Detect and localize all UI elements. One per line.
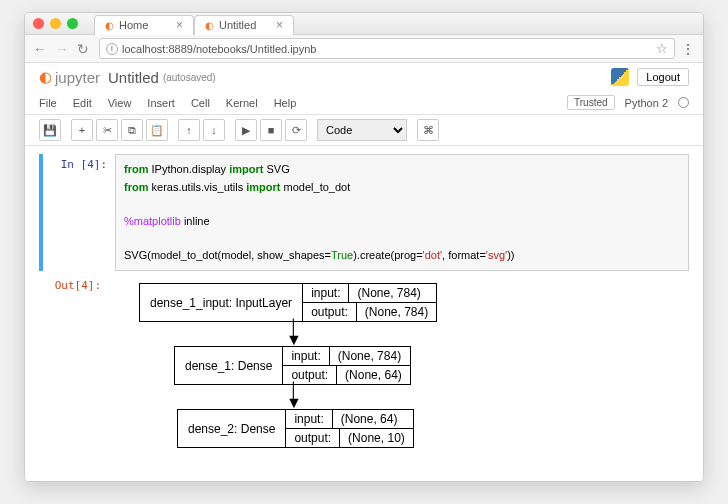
kernel-indicator-icon <box>678 97 689 108</box>
close-tab-icon[interactable]: × <box>176 18 183 32</box>
layer-input: dense_1_input: InputLayer input:(None, 7… <box>139 283 437 322</box>
jupyter-tab-icon: ◐ <box>205 20 214 31</box>
browser-window: ◐ Home × ◐ Untitled × ← → ↻ i localhost:… <box>24 12 704 482</box>
tab-home[interactable]: ◐ Home × <box>94 15 194 35</box>
url-input[interactable]: i localhost:8889/notebooks/Untitled.ipyn… <box>99 38 675 59</box>
python-logo-icon <box>611 68 629 86</box>
notebook-title[interactable]: Untitled <box>108 69 159 86</box>
menubar: File Edit View Insert Cell Kernel Help T… <box>25 91 703 115</box>
toolbar: 💾 + ✂ ⧉ 📋 ↑ ↓ ▶ ■ ⟳ Code ⌘ <box>25 115 703 146</box>
close-tab-icon[interactable]: × <box>276 18 283 32</box>
browser-menu-icon[interactable]: ⋮ <box>681 41 695 57</box>
forward-button[interactable]: → <box>55 41 71 57</box>
add-cell-button[interactable]: + <box>71 119 93 141</box>
layer-dense-2: dense_2: Dense input:(None, 64) output:(… <box>177 409 414 448</box>
input-cell[interactable]: In [4]: from IPython.display import SVG … <box>39 154 689 271</box>
notebook-header: ◐ jupyter Untitled (autosaved) Logout <box>25 63 703 91</box>
menu-file[interactable]: File <box>39 97 57 109</box>
model-diagram: dense_1_input: InputLayer input:(None, 7… <box>109 275 689 456</box>
site-info-icon[interactable]: i <box>106 43 118 55</box>
run-button[interactable]: ▶ <box>235 119 257 141</box>
minimize-window-button[interactable] <box>50 18 61 29</box>
celltype-select[interactable]: Code <box>317 119 407 141</box>
address-bar: ← → ↻ i localhost:8889/notebooks/Untitle… <box>25 35 703 63</box>
restart-button[interactable]: ⟳ <box>285 119 307 141</box>
logout-button[interactable]: Logout <box>637 68 689 86</box>
tab-untitled[interactable]: ◐ Untitled × <box>194 15 294 35</box>
layer-dense-1: dense_1: Dense input:(None, 784) output:… <box>174 346 411 385</box>
tab-label: Home <box>119 19 148 31</box>
menu-edit[interactable]: Edit <box>73 97 92 109</box>
maximize-window-button[interactable] <box>67 18 78 29</box>
back-button[interactable]: ← <box>33 41 49 57</box>
autosave-status: (autosaved) <box>163 72 216 83</box>
code-editor[interactable]: from IPython.display import SVG from ker… <box>115 154 689 271</box>
tab-strip: ◐ Home × ◐ Untitled × <box>94 13 294 35</box>
jupyter-logo-icon: ◐ <box>39 68 51 86</box>
save-button[interactable]: 💾 <box>39 119 61 141</box>
tab-label: Untitled <box>219 19 256 31</box>
jupyter-tab-icon: ◐ <box>105 20 114 31</box>
move-up-button[interactable]: ↑ <box>178 119 200 141</box>
paste-button[interactable]: 📋 <box>146 119 168 141</box>
command-palette-button[interactable]: ⌘ <box>417 119 439 141</box>
jupyter-logo[interactable]: ◐ jupyter <box>39 68 100 86</box>
titlebar: ◐ Home × ◐ Untitled × <box>25 13 703 35</box>
move-down-button[interactable]: ↓ <box>203 119 225 141</box>
menu-kernel[interactable]: Kernel <box>226 97 258 109</box>
reload-button[interactable]: ↻ <box>77 41 93 57</box>
url-text: localhost:8889/notebooks/Untitled.ipynb <box>122 43 316 55</box>
input-prompt: In [4]: <box>45 154 115 271</box>
bookmark-icon[interactable]: ☆ <box>656 41 668 56</box>
menu-help[interactable]: Help <box>274 97 297 109</box>
output-cell: Out[4]: dense_1_input: InputLayer input:… <box>39 275 689 456</box>
cut-button[interactable]: ✂ <box>96 119 118 141</box>
menu-view[interactable]: View <box>108 97 132 109</box>
arrow-down-icon: │▼ <box>139 385 449 409</box>
arrow-down-icon: │▼ <box>139 322 449 346</box>
close-window-button[interactable] <box>33 18 44 29</box>
menu-cell[interactable]: Cell <box>191 97 210 109</box>
kernel-name: Python 2 <box>625 97 668 109</box>
output-prompt: Out[4]: <box>39 275 109 456</box>
jupyter-brand: jupyter <box>55 69 100 86</box>
notebook-area: In [4]: from IPython.display import SVG … <box>25 146 703 481</box>
stop-button[interactable]: ■ <box>260 119 282 141</box>
trusted-badge[interactable]: Trusted <box>567 95 615 110</box>
copy-button[interactable]: ⧉ <box>121 119 143 141</box>
menu-insert[interactable]: Insert <box>147 97 175 109</box>
